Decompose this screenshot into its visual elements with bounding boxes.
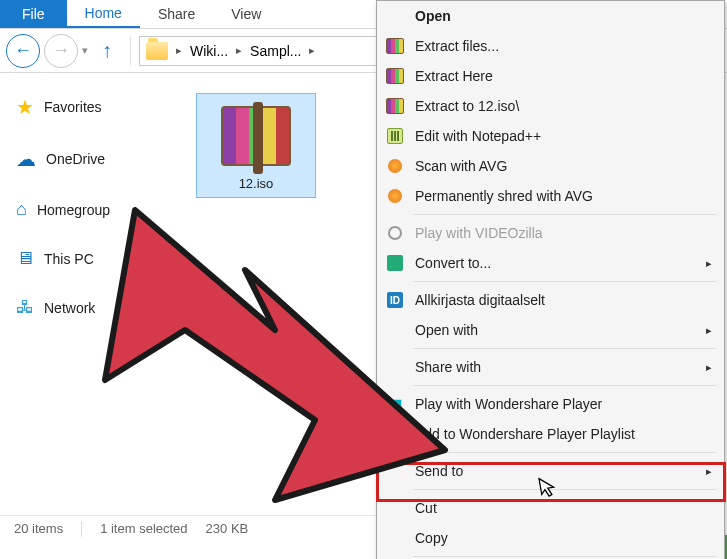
status-item-count: 20 items — [14, 521, 63, 536]
nav-back-button[interactable]: ← — [6, 34, 40, 68]
chevron-right-icon[interactable]: ▸ — [176, 44, 182, 57]
network-icon: 🖧 — [16, 297, 34, 318]
winrar-icon — [386, 38, 404, 54]
status-selected-count: 1 item selected — [100, 521, 187, 536]
tab-view[interactable]: View — [213, 0, 279, 28]
avg-icon — [388, 159, 402, 173]
ctx-open[interactable]: Open — [377, 1, 724, 31]
separator — [413, 214, 716, 215]
digidoc-icon: ID — [387, 292, 403, 308]
folder-icon — [146, 42, 168, 60]
submenu-arrow-icon: ▸ — [706, 361, 712, 374]
sidebar-onedrive[interactable]: ☁ OneDrive — [10, 137, 180, 189]
convert-icon — [387, 255, 403, 271]
ctx-extract-to[interactable]: Extract to 12.iso\ — [377, 91, 724, 121]
notepadpp-icon — [387, 128, 403, 144]
sidebar-homegroup[interactable]: ⌂ Homegroup — [10, 189, 180, 238]
breadcrumb-segment[interactable]: Wiki... — [190, 43, 228, 59]
separator — [413, 348, 716, 349]
ctx-extract-here[interactable]: Extract Here — [377, 61, 724, 91]
ctx-share-with[interactable]: Share with▸ — [377, 352, 724, 382]
ctx-videozilla: Play with VIDEOzilla — [377, 218, 724, 248]
sidebar-favorites[interactable]: ★ Favorites — [10, 85, 180, 137]
ctx-edit-notepadpp[interactable]: Edit with Notepad++ — [377, 121, 724, 151]
wondershare-icon: ◥ — [385, 394, 405, 414]
avg-icon — [388, 189, 402, 203]
tab-home[interactable]: Home — [67, 0, 140, 28]
file-item-selected[interactable]: 12.iso — [196, 93, 316, 198]
separator — [413, 556, 716, 557]
chevron-right-icon[interactable]: ▸ — [236, 44, 242, 57]
separator — [413, 385, 716, 386]
separator — [413, 452, 716, 453]
ctx-scan-avg[interactable]: Scan with AVG — [377, 151, 724, 181]
ctx-convert-to[interactable]: Convert to...▸ — [377, 248, 724, 278]
ctx-allkirjasta[interactable]: IDAllkirjasta digitaalselt — [377, 285, 724, 315]
winrar-archive-icon — [221, 106, 291, 166]
sidebar-label: OneDrive — [46, 151, 105, 167]
cloud-icon: ☁ — [16, 147, 36, 171]
separator — [413, 489, 716, 490]
submenu-arrow-icon: ▸ — [706, 324, 712, 337]
ctx-play-wondershare[interactable]: ◥Play with Wondershare Player — [377, 389, 724, 419]
breadcrumb-segment[interactable]: Sampl... — [250, 43, 301, 59]
ctx-copy[interactable]: Copy — [377, 523, 724, 553]
tab-share[interactable]: Share — [140, 0, 213, 28]
sidebar-label: Homegroup — [37, 202, 110, 218]
winrar-icon — [386, 68, 404, 84]
ctx-extract-files[interactable]: Extract files... — [377, 31, 724, 61]
sidebar-label: Favorites — [44, 99, 102, 115]
sidebar-label: This PC — [44, 251, 94, 267]
separator — [130, 37, 131, 65]
nav-forward-button: → — [44, 34, 78, 68]
separator — [81, 521, 82, 537]
status-bar: 20 items 1 item selected 230 KB — [0, 515, 380, 541]
nav-up-button[interactable]: ↑ — [92, 34, 122, 68]
submenu-arrow-icon: ▸ — [706, 257, 712, 270]
ctx-add-wondershare-playlist[interactable]: Add to Wondershare Player Playlist — [377, 419, 724, 449]
homegroup-icon: ⌂ — [16, 199, 27, 220]
sidebar-thispc[interactable]: 🖥 This PC — [10, 238, 180, 287]
chevron-right-icon[interactable]: ▸ — [309, 44, 315, 57]
videozilla-icon — [388, 226, 402, 240]
separator — [413, 281, 716, 282]
winrar-icon — [386, 98, 404, 114]
star-icon: ★ — [16, 95, 34, 119]
ctx-open-with[interactable]: Open with▸ — [377, 315, 724, 345]
file-tab[interactable]: File — [0, 0, 67, 28]
submenu-arrow-icon: ▸ — [706, 465, 712, 478]
pc-icon: 🖥 — [16, 248, 34, 269]
sidebar-label: Network — [44, 300, 95, 316]
status-selected-size: 230 KB — [206, 521, 249, 536]
ctx-shred-avg[interactable]: Permanently shred with AVG — [377, 181, 724, 211]
nav-history-dropdown[interactable]: ▾ — [82, 44, 88, 57]
nav-sidebar: ★ Favorites ☁ OneDrive ⌂ Homegroup 🖥 Thi… — [0, 73, 190, 529]
sidebar-network[interactable]: 🖧 Network — [10, 287, 180, 336]
file-name-label: 12.iso — [203, 176, 309, 191]
